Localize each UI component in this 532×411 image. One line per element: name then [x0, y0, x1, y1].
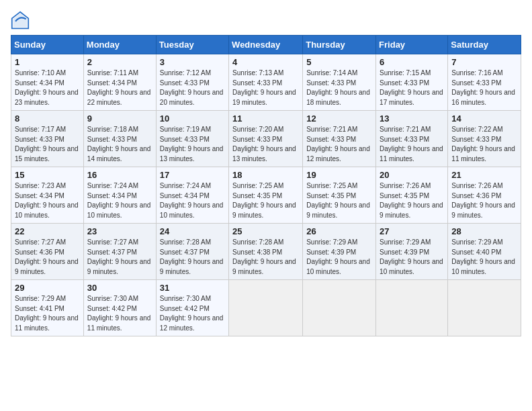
day-cell: 27Sunrise: 7:29 AMSunset: 4:39 PMDayligh… [376, 224, 448, 280]
day-number: 30 [87, 283, 152, 293]
day-number: 26 [306, 226, 372, 236]
day-number: 23 [87, 226, 152, 236]
day-cell [376, 280, 448, 336]
day-info: Sunrise: 7:29 AMSunset: 4:39 PMDaylight:… [306, 238, 370, 275]
day-cell: 9Sunrise: 7:18 AMSunset: 4:33 PMDaylight… [83, 111, 156, 167]
day-number: 28 [451, 226, 517, 236]
day-info: Sunrise: 7:19 AMSunset: 4:33 PMDaylight:… [160, 126, 224, 163]
day-cell: 5Sunrise: 7:14 AMSunset: 4:33 PMDaylight… [303, 54, 376, 111]
header [11, 11, 521, 30]
day-cell [229, 280, 303, 336]
day-info: Sunrise: 7:14 AMSunset: 4:33 PMDaylight:… [306, 69, 370, 106]
day-cell: 28Sunrise: 7:29 AMSunset: 4:40 PMDayligh… [448, 224, 521, 280]
day-cell: 8Sunrise: 7:17 AMSunset: 4:33 PMDaylight… [11, 111, 84, 167]
weekday-header-saturday: Saturday [448, 36, 521, 54]
day-info: Sunrise: 7:10 AMSunset: 4:34 PMDaylight:… [15, 69, 79, 106]
day-number: 21 [451, 170, 517, 180]
day-info: Sunrise: 7:18 AMSunset: 4:33 PMDaylight:… [87, 126, 151, 163]
weekday-header-monday: Monday [83, 36, 156, 54]
day-info: Sunrise: 7:16 AMSunset: 4:33 PMDaylight:… [451, 69, 515, 106]
day-info: Sunrise: 7:12 AMSunset: 4:33 PMDaylight:… [160, 69, 224, 106]
day-number: 9 [87, 113, 152, 124]
day-info: Sunrise: 7:29 AMSunset: 4:41 PMDaylight:… [15, 295, 79, 332]
day-cell: 12Sunrise: 7:21 AMSunset: 4:33 PMDayligh… [303, 111, 376, 167]
day-cell: 22Sunrise: 7:27 AMSunset: 4:36 PMDayligh… [11, 224, 84, 280]
day-number: 19 [306, 170, 372, 180]
day-number: 5 [306, 57, 372, 67]
day-info: Sunrise: 7:29 AMSunset: 4:40 PMDaylight:… [451, 238, 515, 275]
day-cell: 13Sunrise: 7:21 AMSunset: 4:33 PMDayligh… [376, 111, 448, 167]
day-number: 2 [87, 57, 152, 67]
day-cell: 29Sunrise: 7:29 AMSunset: 4:41 PMDayligh… [11, 280, 84, 336]
day-info: Sunrise: 7:17 AMSunset: 4:33 PMDaylight:… [15, 126, 79, 163]
weekday-header-thursday: Thursday [303, 36, 376, 54]
weekday-header-tuesday: Tuesday [156, 36, 228, 54]
day-cell: 30Sunrise: 7:30 AMSunset: 4:42 PMDayligh… [83, 280, 156, 336]
day-cell: 14Sunrise: 7:22 AMSunset: 4:33 PMDayligh… [448, 111, 521, 167]
week-row-5: 29Sunrise: 7:29 AMSunset: 4:41 PMDayligh… [11, 280, 521, 336]
day-number: 6 [380, 57, 444, 67]
day-cell: 11Sunrise: 7:20 AMSunset: 4:33 PMDayligh… [229, 111, 303, 167]
day-info: Sunrise: 7:25 AMSunset: 4:35 PMDaylight:… [232, 182, 296, 219]
day-cell: 4Sunrise: 7:13 AMSunset: 4:33 PMDaylight… [229, 54, 303, 111]
day-cell: 1Sunrise: 7:10 AMSunset: 4:34 PMDaylight… [11, 54, 84, 111]
day-info: Sunrise: 7:24 AMSunset: 4:34 PMDaylight:… [87, 182, 151, 219]
day-info: Sunrise: 7:25 AMSunset: 4:35 PMDaylight:… [306, 182, 370, 219]
day-number: 10 [160, 113, 225, 124]
day-cell: 24Sunrise: 7:28 AMSunset: 4:37 PMDayligh… [156, 224, 228, 280]
day-cell: 17Sunrise: 7:24 AMSunset: 4:34 PMDayligh… [156, 167, 228, 224]
day-number: 31 [160, 283, 225, 293]
day-cell: 6Sunrise: 7:15 AMSunset: 4:33 PMDaylight… [376, 54, 448, 111]
weekday-header-sunday: Sunday [11, 36, 84, 54]
day-number: 1 [15, 57, 80, 67]
day-cell: 18Sunrise: 7:25 AMSunset: 4:35 PMDayligh… [229, 167, 303, 224]
day-number: 29 [15, 283, 80, 293]
day-number: 4 [232, 57, 299, 67]
logo [11, 11, 32, 30]
day-info: Sunrise: 7:22 AMSunset: 4:33 PMDaylight:… [451, 126, 515, 163]
day-number: 25 [232, 226, 299, 236]
day-info: Sunrise: 7:30 AMSunset: 4:42 PMDaylight:… [160, 295, 224, 332]
day-info: Sunrise: 7:27 AMSunset: 4:36 PMDaylight:… [15, 238, 79, 275]
day-cell: 31Sunrise: 7:30 AMSunset: 4:42 PMDayligh… [156, 280, 228, 336]
day-info: Sunrise: 7:26 AMSunset: 4:36 PMDaylight:… [451, 182, 515, 219]
day-number: 12 [306, 113, 372, 124]
day-info: Sunrise: 7:26 AMSunset: 4:35 PMDaylight:… [380, 182, 443, 219]
day-number: 27 [380, 226, 444, 236]
day-cell: 15Sunrise: 7:23 AMSunset: 4:34 PMDayligh… [11, 167, 84, 224]
day-number: 11 [232, 113, 299, 124]
day-number: 22 [15, 226, 80, 236]
week-row-4: 22Sunrise: 7:27 AMSunset: 4:36 PMDayligh… [11, 224, 521, 280]
day-cell: 3Sunrise: 7:12 AMSunset: 4:33 PMDaylight… [156, 54, 228, 111]
day-number: 24 [160, 226, 225, 236]
day-cell: 16Sunrise: 7:24 AMSunset: 4:34 PMDayligh… [83, 167, 156, 224]
weekday-header-wednesday: Wednesday [229, 36, 303, 54]
day-number: 8 [15, 113, 80, 124]
day-info: Sunrise: 7:21 AMSunset: 4:33 PMDaylight:… [380, 126, 443, 163]
day-cell [448, 280, 521, 336]
day-info: Sunrise: 7:29 AMSunset: 4:39 PMDaylight:… [380, 238, 443, 275]
day-info: Sunrise: 7:20 AMSunset: 4:33 PMDaylight:… [232, 126, 296, 163]
weekday-header-friday: Friday [376, 36, 448, 54]
day-cell: 20Sunrise: 7:26 AMSunset: 4:35 PMDayligh… [376, 167, 448, 224]
day-number: 16 [87, 170, 152, 180]
day-info: Sunrise: 7:28 AMSunset: 4:38 PMDaylight:… [232, 238, 296, 275]
day-info: Sunrise: 7:24 AMSunset: 4:34 PMDaylight:… [160, 182, 224, 219]
day-number: 15 [15, 170, 80, 180]
day-number: 7 [451, 57, 517, 67]
day-cell: 25Sunrise: 7:28 AMSunset: 4:38 PMDayligh… [229, 224, 303, 280]
day-info: Sunrise: 7:28 AMSunset: 4:37 PMDaylight:… [160, 238, 224, 275]
day-info: Sunrise: 7:13 AMSunset: 4:33 PMDaylight:… [232, 69, 296, 106]
day-cell: 10Sunrise: 7:19 AMSunset: 4:33 PMDayligh… [156, 111, 228, 167]
day-info: Sunrise: 7:15 AMSunset: 4:33 PMDaylight:… [380, 69, 443, 106]
day-number: 18 [232, 170, 299, 180]
day-cell: 7Sunrise: 7:16 AMSunset: 4:33 PMDaylight… [448, 54, 521, 111]
day-cell: 2Sunrise: 7:11 AMSunset: 4:34 PMDaylight… [83, 54, 156, 111]
day-cell [303, 280, 376, 336]
week-row-1: 1Sunrise: 7:10 AMSunset: 4:34 PMDaylight… [11, 54, 521, 111]
week-row-2: 8Sunrise: 7:17 AMSunset: 4:33 PMDaylight… [11, 111, 521, 167]
day-info: Sunrise: 7:21 AMSunset: 4:33 PMDaylight:… [306, 126, 370, 163]
day-cell: 23Sunrise: 7:27 AMSunset: 4:37 PMDayligh… [83, 224, 156, 280]
day-number: 14 [451, 113, 517, 124]
weekday-header-row: SundayMondayTuesdayWednesdayThursdayFrid… [11, 36, 521, 54]
